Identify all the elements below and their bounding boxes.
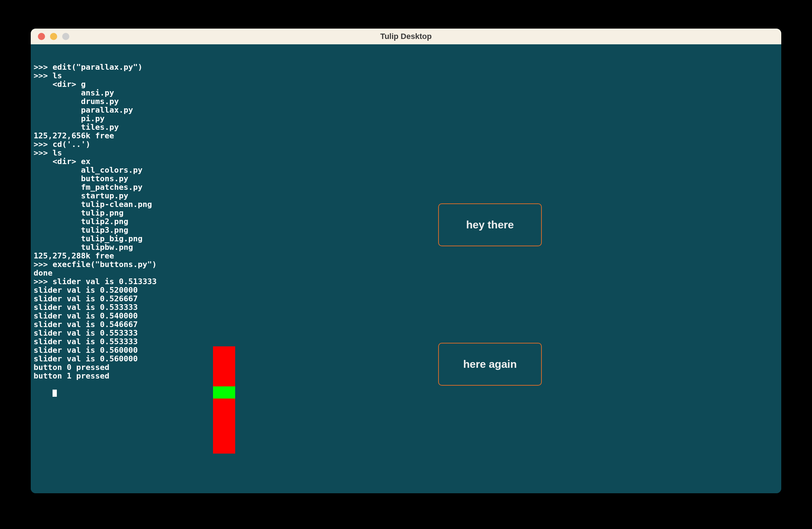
- terminal-line: slider val is 0.526667: [34, 295, 778, 303]
- terminal-line: fm_patches.py: [34, 183, 778, 192]
- terminal-line: button 1 pressed: [34, 372, 778, 380]
- terminal-line: tiles.py: [34, 123, 778, 132]
- terminal-line: tulip.png: [34, 209, 778, 217]
- terminal-line: tulipbw.png: [34, 243, 778, 252]
- window-title: Tulip Desktop: [31, 32, 781, 41]
- terminal-line: tulip_big.png: [34, 234, 778, 243]
- terminal-output: >>> edit("parallax.py")>>> ls <dir> g an…: [34, 63, 778, 380]
- terminal-line: tulip3.png: [34, 226, 778, 234]
- traffic-lights: [38, 33, 69, 40]
- app-window: Tulip Desktop >>> edit("parallax.py")>>>…: [31, 29, 781, 493]
- terminal-line: button 0 pressed: [34, 363, 778, 372]
- terminal-line: startup.py: [34, 192, 778, 200]
- terminal-line: ansi.py: [34, 89, 778, 97]
- terminal-line: >>> slider val is 0.513333: [34, 277, 778, 286]
- slider[interactable]: [213, 346, 235, 454]
- button-1[interactable]: here again: [438, 343, 542, 386]
- terminal-line: slider val is 0.560000: [34, 346, 778, 355]
- button-0-label: hey there: [466, 221, 514, 229]
- terminal-line: slider val is 0.546667: [34, 320, 778, 329]
- terminal-line: pi.py: [34, 114, 778, 123]
- terminal-line: drums.py: [34, 97, 778, 106]
- button-0[interactable]: hey there: [438, 203, 542, 246]
- close-window-button[interactable]: [38, 33, 45, 40]
- terminal-line: >>> cd('..'): [34, 140, 778, 149]
- terminal-line: tulip2.png: [34, 217, 778, 226]
- terminal-line: 125,272,656k free: [34, 132, 778, 140]
- terminal-line: slider val is 0.520000: [34, 286, 778, 295]
- terminal-line: <dir> ex: [34, 157, 778, 166]
- button-1-label: here again: [463, 360, 517, 369]
- terminal-line: buttons.py: [34, 174, 778, 183]
- titlebar: Tulip Desktop: [31, 29, 781, 44]
- terminal-line: >>> ls: [34, 149, 778, 157]
- slider-handle[interactable]: [213, 386, 235, 399]
- terminal-line: >>> execfile("buttons.py"): [34, 260, 778, 269]
- terminal-line: slider val is 0.553333: [34, 329, 778, 337]
- terminal-line: slider val is 0.533333: [34, 303, 778, 312]
- terminal-pane[interactable]: >>> edit("parallax.py")>>> ls <dir> g an…: [31, 44, 781, 493]
- terminal-line: tulip-clean.png: [34, 200, 778, 209]
- maximize-window-button[interactable]: [62, 33, 69, 40]
- terminal-line: slider val is 0.540000: [34, 312, 778, 320]
- terminal-line: <dir> g: [34, 80, 778, 89]
- terminal-line: 125,275,288k free: [34, 252, 778, 260]
- terminal-line: parallax.py: [34, 106, 778, 114]
- terminal-line: slider val is 0.560000: [34, 355, 778, 363]
- terminal-line: >>> edit("parallax.py"): [34, 63, 778, 71]
- minimize-window-button[interactable]: [50, 33, 57, 40]
- terminal-line: done: [34, 269, 778, 277]
- terminal-line: all_colors.py: [34, 166, 778, 174]
- terminal-line: >>> ls: [34, 71, 778, 80]
- terminal-line: slider val is 0.553333: [34, 337, 778, 346]
- terminal-cursor: [53, 390, 57, 397]
